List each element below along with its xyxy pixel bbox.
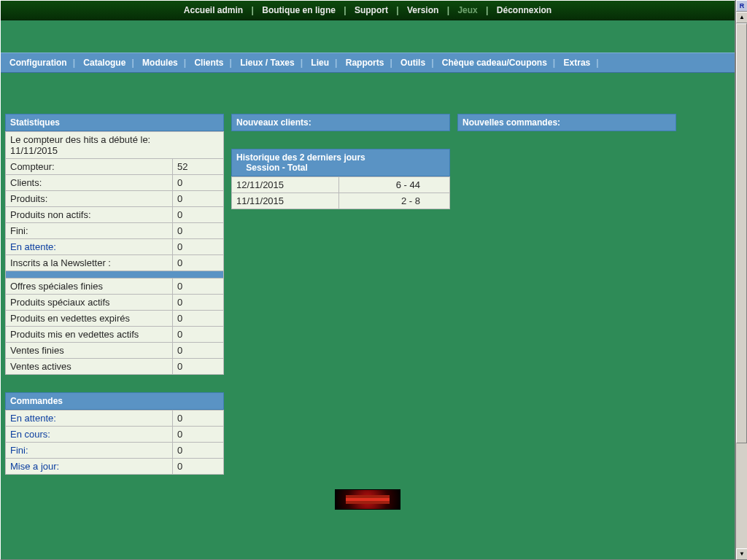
nav-boutique[interactable]: Boutique en ligne	[259, 5, 338, 15]
nav-support[interactable]: Support	[352, 5, 391, 15]
orders-table: En attente:0 En cours:0 Fini:0 Mise a jo…	[5, 410, 224, 475]
row-link[interactable]: En attente:	[10, 241, 56, 252]
table-row: Ventes actives0	[6, 359, 224, 375]
row-value: 0	[173, 279, 224, 295]
window-corner-button[interactable]: R	[736, 0, 747, 12]
table-row: Produits spéciaux actifs0	[6, 295, 224, 311]
row-value: 0	[173, 327, 224, 343]
stats-panel-title: Statistiques	[5, 114, 224, 131]
row-value: 0	[173, 223, 224, 239]
nav-sep: |	[249, 5, 257, 15]
row-label: Produits en vedettes expirés	[6, 311, 173, 327]
subnav-configuration[interactable]: Configuration	[5, 58, 71, 68]
subnav-clients[interactable]: Clients	[190, 58, 228, 68]
row-value: 0	[173, 411, 224, 427]
nav-deconnexion[interactable]: Déconnexion	[494, 5, 554, 15]
row-date: 11/11/2015	[232, 193, 339, 209]
table-row: 11/11/20152 - 8	[232, 193, 450, 209]
table-row: Produits en vedettes expirés0	[6, 311, 224, 327]
nav-version[interactable]: Version	[404, 5, 441, 15]
scroll-thumb[interactable]	[736, 23, 747, 443]
subnav-extras[interactable]: Extras	[560, 58, 595, 68]
stats-started-label: Le compteur des hits a débuté le:	[10, 134, 150, 145]
row-label: Produits:	[6, 191, 173, 207]
row-value: 0	[173, 443, 224, 459]
row-label: Compteur:	[6, 159, 173, 175]
table-row: Produits:0	[6, 191, 224, 207]
row-label: Offres spéciales finies	[6, 279, 173, 295]
newclients-panel-title: Nouveaux clients:	[231, 114, 450, 131]
nav-sep: |	[393, 5, 401, 15]
row-link[interactable]: En attente:	[10, 413, 56, 424]
row-label: Inscrits a la Newsletter :	[6, 255, 173, 271]
row-value: 0	[173, 175, 224, 191]
row-value: 0	[173, 343, 224, 359]
row-label: Produits non actifs:	[6, 207, 173, 223]
scroll-up-button[interactable]: ▲	[736, 12, 747, 23]
table-row: 12/11/20156 - 44	[232, 177, 450, 193]
table-row: Offres spéciales finies0	[6, 279, 224, 295]
stats-started-date: 11/11/2015	[10, 145, 58, 156]
row-value: 0	[173, 191, 224, 207]
table-divider	[6, 271, 224, 279]
nav-jeux[interactable]: Jeux	[454, 5, 480, 15]
row-value: 52	[173, 159, 224, 175]
subnav-rapports[interactable]: Rapports	[341, 58, 389, 68]
row-value: 2 - 8	[339, 193, 450, 209]
vertical-scrollbar[interactable]: R ▲ ▼	[735, 0, 747, 560]
scroll-down-button[interactable]: ▼	[736, 548, 747, 560]
nav-sep: |	[483, 5, 491, 15]
table-row: Mise a jour:0	[6, 459, 224, 475]
top-nav: Accueil admin | Boutique en ligne | Supp…	[1, 1, 735, 20]
page-content: Accueil admin | Boutique en ligne | Supp…	[0, 0, 735, 560]
subnav-catalogue[interactable]: Catalogue	[79, 58, 130, 68]
table-row: Fini:0	[6, 443, 224, 459]
scroll-track[interactable]	[736, 23, 747, 548]
subnav-lieux-taxes[interactable]: Lieux / Taxes	[236, 58, 298, 68]
table-row: Compteur:52	[6, 159, 224, 175]
history-table: 12/11/20156 - 44 11/11/20152 - 8	[231, 176, 450, 209]
subnav-lieu[interactable]: Lieu	[306, 58, 333, 68]
table-row: Clients:0	[6, 175, 224, 191]
header-spacer	[1, 20, 735, 52]
sub-nav: Configuration| Catalogue| Modules| Clien…	[1, 52, 735, 73]
nav-sep: |	[444, 5, 452, 15]
row-value: 0	[173, 459, 224, 475]
row-label: Ventes actives	[6, 359, 173, 375]
row-value: 0	[173, 427, 224, 443]
history-panel-title: Historique des 2 derniers jours Session …	[231, 149, 450, 176]
row-value: 0	[173, 255, 224, 271]
row-label: Produits mis en vedettes actifs	[6, 327, 173, 343]
nav-accueil-admin[interactable]: Accueil admin	[181, 5, 246, 15]
row-value: 0	[173, 207, 224, 223]
row-value: 0	[173, 295, 224, 311]
table-row: Fini:0	[6, 223, 224, 239]
row-value: 0	[173, 239, 224, 255]
row-label: Fini:	[6, 223, 173, 239]
stats-started-row: Le compteur des hits a débuté le: 11/11/…	[6, 132, 224, 159]
orders-panel-title: Commandes	[5, 392, 224, 410]
row-link[interactable]: Fini:	[10, 445, 28, 456]
row-label: Produits spéciaux actifs	[6, 295, 173, 311]
table-row: Produits mis en vedettes actifs0	[6, 327, 224, 343]
table-row: Ventes finies0	[6, 343, 224, 359]
row-label: Ventes finies	[6, 343, 173, 359]
subnav-modules[interactable]: Modules	[138, 58, 182, 68]
nav-sep: |	[341, 5, 349, 15]
subnav-cheque-cadeau[interactable]: Chèque cadeau/Coupons	[438, 58, 551, 68]
neworders-panel-title: Nouvelles commandes:	[457, 114, 676, 131]
row-link[interactable]: Mise a jour:	[10, 461, 59, 472]
stats-table: Le compteur des hits a débuté le: 11/11/…	[5, 131, 224, 375]
table-row: Inscrits a la Newsletter :0	[6, 255, 224, 271]
row-value: 0	[173, 311, 224, 327]
subnav-outils[interactable]: Outils	[396, 58, 430, 68]
table-row: Produits non actifs:0	[6, 207, 224, 223]
row-label: Clients:	[6, 175, 173, 191]
row-date: 12/11/2015	[232, 177, 339, 193]
table-row: En attente:0	[6, 239, 224, 255]
footer-logo[interactable]	[335, 489, 400, 510]
row-link[interactable]: En cours:	[10, 429, 50, 440]
table-row: En cours:0	[6, 427, 224, 443]
row-value: 6 - 44	[339, 177, 450, 193]
row-value: 0	[173, 359, 224, 375]
